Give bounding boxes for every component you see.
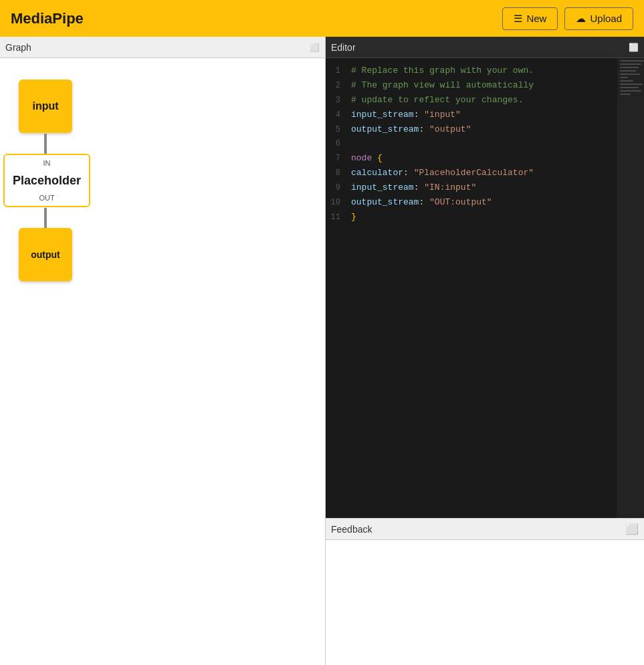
placeholder-node-label: Placeholder bbox=[13, 174, 81, 188]
line-content: output_stream: "OUT:output" bbox=[351, 195, 644, 209]
line-content: } bbox=[351, 210, 644, 224]
line-content: calculator: "PlaceholderCalculator" bbox=[351, 166, 644, 180]
code-line: 8 calculator: "PlaceholderCalculator" bbox=[326, 166, 644, 180]
code-editor[interactable]: 1# Replace this graph with your own.2# T… bbox=[326, 63, 644, 225]
upload-button-label: Upload bbox=[590, 13, 622, 24]
right-panel: Editor ⬜ 1# Replace this graph with your… bbox=[326, 37, 644, 665]
code-line: 2# The graph view will automatically bbox=[326, 78, 644, 93]
editor-content[interactable]: 1# Replace this graph with your own.2# T… bbox=[326, 58, 644, 518]
feedback-maximize-icon[interactable]: ⬜ bbox=[625, 523, 639, 535]
main-layout: Graph ⬜ input IN Placeholder OUT output bbox=[0, 37, 644, 665]
hamburger-icon: ☰ bbox=[514, 13, 522, 25]
code-line: 4input_stream: "input" bbox=[326, 108, 644, 122]
code-line: 11} bbox=[326, 210, 644, 225]
code-line: 9 input_stream: "IN:input" bbox=[326, 180, 644, 195]
feedback-tab-label[interactable]: Feedback bbox=[331, 524, 372, 535]
new-button-label: New bbox=[526, 13, 546, 24]
placeholder-node[interactable]: IN Placeholder OUT bbox=[3, 154, 90, 207]
feedback-content bbox=[326, 540, 644, 665]
line-content: # The graph view will automatically bbox=[351, 78, 644, 92]
code-line: 6 bbox=[326, 137, 644, 151]
code-line: 5output_stream: "output" bbox=[326, 122, 644, 137]
connector-bottom bbox=[44, 208, 47, 228]
editor-tab-label[interactable]: Editor bbox=[331, 42, 356, 53]
graph-tab-label[interactable]: Graph bbox=[5, 42, 31, 53]
line-number: 3 bbox=[326, 94, 351, 108]
placeholder-out-label: OUT bbox=[39, 194, 54, 202]
feedback-tab-bar: Feedback ⬜ bbox=[326, 519, 644, 540]
line-number: 6 bbox=[326, 137, 351, 151]
code-line: 7node { bbox=[326, 151, 644, 166]
line-content: input_stream: "IN:input" bbox=[351, 180, 644, 194]
editor-section: Editor ⬜ 1# Replace this graph with your… bbox=[326, 37, 644, 518]
feedback-section: Feedback ⬜ bbox=[326, 518, 644, 665]
upload-button[interactable]: ☁ Upload bbox=[564, 7, 633, 30]
app-logo: MediaPipe bbox=[11, 10, 84, 27]
line-content: node { bbox=[351, 151, 644, 165]
graph-maximize-icon[interactable]: ⬜ bbox=[310, 43, 320, 52]
line-number: 10 bbox=[326, 196, 351, 210]
line-number: 9 bbox=[326, 181, 351, 195]
graph-panel: Graph ⬜ input IN Placeholder OUT output bbox=[0, 37, 326, 665]
new-button[interactable]: ☰ New bbox=[502, 7, 558, 30]
line-number: 11 bbox=[326, 211, 351, 225]
graph-content: input IN Placeholder OUT output bbox=[0, 58, 325, 665]
line-content: # Replace this graph with your own. bbox=[351, 63, 644, 78]
upload-icon: ☁ bbox=[576, 13, 586, 25]
line-content: input_stream: "input" bbox=[351, 108, 644, 122]
line-number: 4 bbox=[326, 108, 351, 122]
output-node[interactable]: output bbox=[19, 228, 72, 281]
output-node-label: output bbox=[31, 249, 60, 260]
header: MediaPipe ☰ New ☁ Upload bbox=[0, 0, 644, 37]
editor-tab-bar: Editor ⬜ bbox=[326, 37, 644, 58]
code-line: 1# Replace this graph with your own. bbox=[326, 63, 644, 78]
code-line: 3# update to reflect your changes. bbox=[326, 93, 644, 108]
code-line: 10 output_stream: "OUT:output" bbox=[326, 195, 644, 210]
input-node[interactable]: input bbox=[19, 80, 72, 133]
input-node-label: input bbox=[32, 100, 58, 112]
editor-minimap bbox=[617, 58, 644, 518]
line-number: 2 bbox=[326, 79, 351, 93]
placeholder-in-label: IN bbox=[43, 159, 51, 167]
line-content: output_stream: "output" bbox=[351, 122, 644, 136]
graph-tab-bar: Graph ⬜ bbox=[0, 37, 325, 58]
line-number: 7 bbox=[326, 152, 351, 166]
line-number: 8 bbox=[326, 166, 351, 180]
connector-top bbox=[44, 134, 47, 154]
header-buttons: ☰ New ☁ Upload bbox=[502, 7, 633, 30]
line-content: # update to reflect your changes. bbox=[351, 93, 644, 107]
editor-maximize-icon[interactable]: ⬜ bbox=[629, 43, 639, 52]
line-number: 5 bbox=[326, 123, 351, 137]
line-number: 1 bbox=[326, 64, 351, 78]
